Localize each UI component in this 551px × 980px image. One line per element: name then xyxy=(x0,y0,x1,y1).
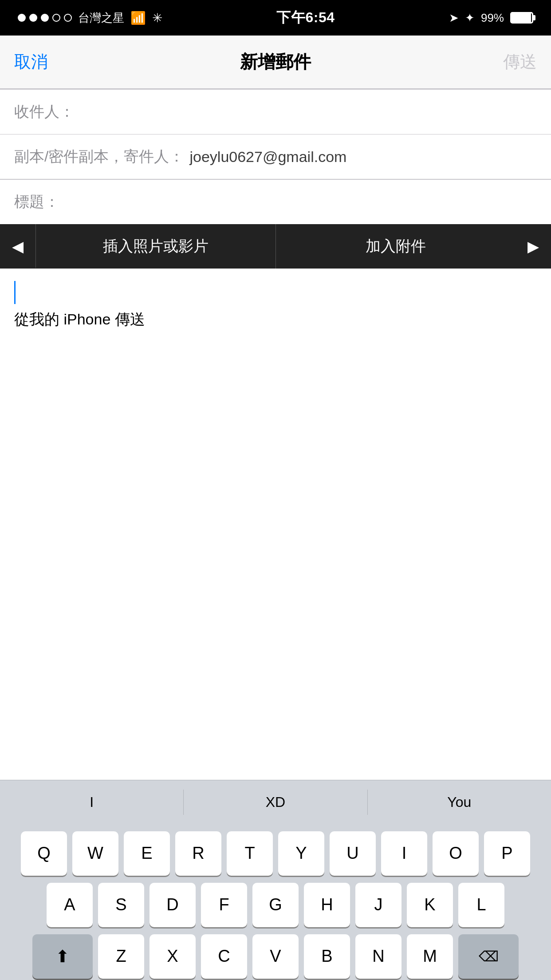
key-n[interactable]: N xyxy=(355,934,401,979)
dot4 xyxy=(52,14,60,22)
dot5 xyxy=(64,14,72,22)
key-g[interactable]: G xyxy=(252,883,299,927)
key-o[interactable]: O xyxy=(433,831,479,876)
key-b[interactable]: B xyxy=(304,934,350,979)
shift-key[interactable]: ⬆ xyxy=(32,934,93,979)
cc-value: joeylu0627@gmail.com xyxy=(189,148,537,166)
page-title: 新增郵件 xyxy=(240,50,311,74)
predictive-item-2[interactable]: XD xyxy=(184,790,367,815)
subject-field-row: 標題： xyxy=(0,180,551,224)
send-button[interactable]: 傳送 xyxy=(503,51,537,73)
key-l[interactable]: L xyxy=(458,883,504,927)
dot3 xyxy=(41,14,49,22)
battery-percent: 99% xyxy=(481,11,504,25)
cc-label: 副本/密件副本，寄件人： xyxy=(14,146,184,167)
key-d[interactable]: D xyxy=(150,883,196,927)
key-j[interactable]: J xyxy=(355,883,401,927)
key-h[interactable]: H xyxy=(304,883,350,927)
cc-field-row: 副本/密件副本，寄件人： joeylu0627@gmail.com xyxy=(0,134,551,179)
keyboard-row-2: A S D F G H J K L xyxy=(4,883,547,927)
key-v[interactable]: V xyxy=(252,934,299,979)
key-y[interactable]: Y xyxy=(278,831,324,876)
text-cursor xyxy=(14,281,537,304)
signal-dots xyxy=(18,14,72,22)
key-q[interactable]: Q xyxy=(21,831,67,876)
key-e[interactable]: E xyxy=(124,831,170,876)
delete-key[interactable]: ⌫ xyxy=(458,934,519,979)
key-p[interactable]: P xyxy=(484,831,530,876)
key-c[interactable]: C xyxy=(201,934,247,979)
status-right: ➤ ✦ 99% xyxy=(449,11,533,25)
mail-body[interactable]: 從我的 iPhone 傳送 xyxy=(0,269,551,357)
key-k[interactable]: K xyxy=(407,883,453,927)
format-toolbar: ◀ 插入照片或影片 加入附件 ▶ xyxy=(0,224,551,269)
key-u[interactable]: U xyxy=(330,831,376,876)
battery-indicator xyxy=(510,12,533,24)
toolbar-right-arrow[interactable]: ▶ xyxy=(516,224,551,269)
key-a[interactable]: A xyxy=(47,883,93,927)
key-t[interactable]: T xyxy=(227,831,273,876)
predictive-item-1[interactable]: I xyxy=(0,790,184,815)
keyboard-row-1: Q W E R T Y U I O P xyxy=(4,831,547,876)
wifi-icon: 📶 xyxy=(130,11,146,25)
key-r[interactable]: R xyxy=(175,831,221,876)
key-w[interactable]: W xyxy=(72,831,118,876)
cursor-line xyxy=(14,281,16,304)
add-attachment-button[interactable]: 加入附件 xyxy=(276,224,516,269)
keyboard-row-3: ⬆ Z X C V B N M ⌫ xyxy=(4,934,547,979)
location-icon: ➤ xyxy=(449,11,459,25)
key-z[interactable]: Z xyxy=(98,934,144,979)
nav-bar: 取消 新增郵件 傳送 xyxy=(0,36,551,89)
mail-signature: 從我的 iPhone 傳送 xyxy=(14,309,537,330)
status-bar: 台灣之星 📶 ✳ 下午6:54 ➤ ✦ 99% xyxy=(0,0,551,36)
dot1 xyxy=(18,14,26,22)
extra-icon: ✳ xyxy=(152,11,162,25)
carrier-label: 台灣之星 xyxy=(78,10,124,26)
predictive-item-3[interactable]: You xyxy=(368,790,551,815)
body-spacer xyxy=(0,357,551,780)
battery-fill xyxy=(512,13,531,22)
key-f[interactable]: F xyxy=(201,883,247,927)
toolbar-left-arrow[interactable]: ◀ xyxy=(0,224,35,269)
key-i[interactable]: I xyxy=(381,831,427,876)
status-time: 下午6:54 xyxy=(276,8,335,28)
bluetooth-icon: ✦ xyxy=(465,11,475,25)
subject-label: 標題： xyxy=(14,192,59,212)
battery-bar xyxy=(510,12,533,24)
dot2 xyxy=(29,14,37,22)
insert-media-button[interactable]: 插入照片或影片 xyxy=(35,224,276,269)
status-left: 台灣之星 📶 ✳ xyxy=(18,10,162,26)
to-input[interactable] xyxy=(80,103,537,120)
subject-input[interactable] xyxy=(65,193,537,210)
to-label: 收件人： xyxy=(14,102,75,122)
key-x[interactable]: X xyxy=(150,934,196,979)
keyboard: Q W E R T Y U I O P A S D F G H J K L ⬆ … xyxy=(0,824,551,980)
battery-tip xyxy=(533,15,535,20)
key-m[interactable]: M xyxy=(407,934,453,979)
predictive-bar: I XD You xyxy=(0,780,551,824)
to-field-row: 收件人： xyxy=(0,90,551,134)
cancel-button[interactable]: 取消 xyxy=(14,51,48,73)
key-s[interactable]: S xyxy=(98,883,144,927)
